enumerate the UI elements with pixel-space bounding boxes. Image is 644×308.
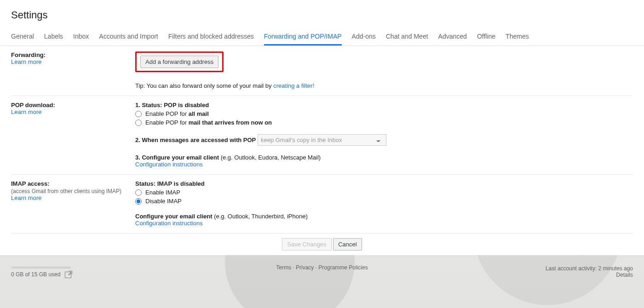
pop-enable-new-radio[interactable] [135, 120, 142, 126]
cancel-button[interactable]: Cancel [333, 238, 362, 251]
add-forwarding-highlight: Add a forwarding address [135, 51, 224, 72]
tab-accounts-import[interactable]: Accounts and Import [99, 28, 158, 46]
imap-label-col: IMAP access: (access Gmail from other cl… [11, 180, 135, 227]
pop-enable-new-row[interactable]: Enable POP for mail that arrives from no… [135, 119, 633, 126]
imap-disable-radio[interactable] [135, 198, 142, 205]
imap-conf-rest: (e.g. Outlook, Thunderbird, iPhone) [214, 213, 308, 220]
pop-opt1-prefix: Enable POP for [145, 110, 189, 117]
imap-enable-radio[interactable] [135, 189, 142, 196]
imap-learn-more-link[interactable]: Learn more [11, 194, 41, 201]
forwarding-learn-more-link[interactable]: Learn more [11, 58, 41, 65]
pop-enable-all-label: Enable POP for all mail [145, 110, 209, 117]
pop-status-value: POP is disabled [164, 102, 209, 108]
footer: 0 GB of 15 GB used Terms · Privacy · Pro… [0, 255, 644, 278]
pop-config-instructions-link[interactable]: Configuration instructions [135, 161, 203, 168]
imap-status-value: IMAP is disabled [157, 180, 205, 187]
pop-opt2-prefix: Enable POP for [145, 119, 189, 126]
tab-offline[interactable]: Offline [477, 28, 495, 46]
imap-status-prefix: Status: [135, 180, 157, 187]
page-title: Settings [0, 0, 644, 28]
external-link-icon[interactable] [65, 272, 71, 278]
settings-content: Forwarding: Learn more Add a forwarding … [0, 46, 644, 255]
imap-conf-bold: Configure your email client [135, 213, 214, 220]
pop-step3-bold: 3. Configure your email client [135, 154, 221, 161]
pop-step3: 3. Configure your email client (e.g. Out… [135, 154, 633, 161]
pop-opt2-bold: mail that arrives from now on [189, 119, 272, 126]
pop-step2-label: 2. When messages are accessed with POP [135, 137, 256, 143]
imap-configure-line: Configure your email client (e.g. Outloo… [135, 213, 633, 220]
pop-learn-more-link[interactable]: Learn more [11, 108, 41, 115]
imap-section: IMAP access: (access Gmail from other cl… [11, 175, 633, 234]
pop-enable-new-label: Enable POP for mail that arrives from no… [145, 119, 272, 126]
imap-config-instructions-link[interactable]: Configuration instructions [135, 220, 203, 227]
tab-general[interactable]: General [11, 28, 34, 46]
imap-disable-row[interactable]: Disable IMAP [135, 198, 633, 205]
tab-chat-meet[interactable]: Chat and Meet [386, 28, 428, 46]
tab-filters[interactable]: Filters and blocked addresses [168, 28, 254, 46]
pop-access-select[interactable]: keep Gmail's copy in the Inbox [258, 134, 386, 146]
storage-text: 0 GB of 15 GB used [11, 271, 60, 278]
imap-status-line: Status: IMAP is disabled [135, 180, 633, 187]
imap-body: Status: IMAP is disabled Enable IMAP Dis… [135, 180, 633, 227]
tab-themes[interactable]: Themes [506, 28, 529, 46]
create-filter-link[interactable]: creating a filter! [273, 82, 314, 89]
action-row: Save Changes Cancel [11, 234, 633, 255]
imap-enable-row[interactable]: Enable IMAP [135, 189, 633, 196]
policies-link[interactable]: Programme Policies [318, 264, 368, 271]
add-forwarding-address-button[interactable]: Add a forwarding address [140, 56, 218, 68]
settings-panel: Settings General Labels Inbox Accounts a… [0, 0, 644, 255]
pop-title: POP download: [11, 102, 131, 108]
tab-inbox[interactable]: Inbox [73, 28, 89, 46]
pop-body: 1. Status: POP is disabled Enable POP fo… [135, 102, 633, 168]
forwarding-label-col: Forwarding: Learn more [11, 51, 135, 89]
pop-label-col: POP download: Learn more [11, 102, 135, 168]
imap-disable-label: Disable IMAP [145, 198, 182, 205]
forwarding-section: Forwarding: Learn more Add a forwarding … [11, 46, 633, 96]
forwarding-title: Forwarding: [11, 51, 131, 58]
tab-advanced[interactable]: Advanced [438, 28, 467, 46]
pop-opt1-bold: all mail [189, 110, 209, 117]
terms-link[interactable]: Terms [276, 264, 291, 271]
pop-step3-rest: (e.g. Outlook, Eudora, Netscape Mail) [221, 154, 321, 161]
imap-title: IMAP access: [11, 180, 131, 187]
details-link[interactable]: Details [616, 272, 633, 278]
settings-tabs: General Labels Inbox Accounts and Import… [0, 28, 644, 46]
forwarding-body: Add a forwarding address Tip: You can al… [135, 51, 633, 89]
forwarding-tip: Tip: You can also forward only some of y… [135, 82, 633, 89]
pop-status-line: 1. Status: POP is disabled [135, 102, 633, 108]
pop-step2: 2. When messages are accessed with POP k… [135, 134, 633, 146]
save-changes-button: Save Changes [282, 238, 331, 251]
footer-center: Terms · Privacy · Programme Policies [0, 264, 644, 271]
pop-enable-all-radio[interactable] [135, 111, 142, 117]
pop-status-prefix: 1. Status: [135, 102, 164, 108]
privacy-link[interactable]: Privacy [296, 264, 314, 271]
tab-addons[interactable]: Add-ons [352, 28, 376, 46]
pop-section: POP download: Learn more 1. Status: POP … [11, 96, 633, 175]
tab-labels[interactable]: Labels [44, 28, 63, 46]
tab-forwarding-pop-imap[interactable]: Forwarding and POP/IMAP [264, 28, 342, 46]
forwarding-tip-text: Tip: You can also forward only some of y… [135, 82, 273, 89]
imap-enable-label: Enable IMAP [145, 189, 180, 196]
imap-subtitle: (access Gmail from other clients using I… [11, 188, 131, 194]
pop-enable-all-row[interactable]: Enable POP for all mail [135, 110, 633, 117]
